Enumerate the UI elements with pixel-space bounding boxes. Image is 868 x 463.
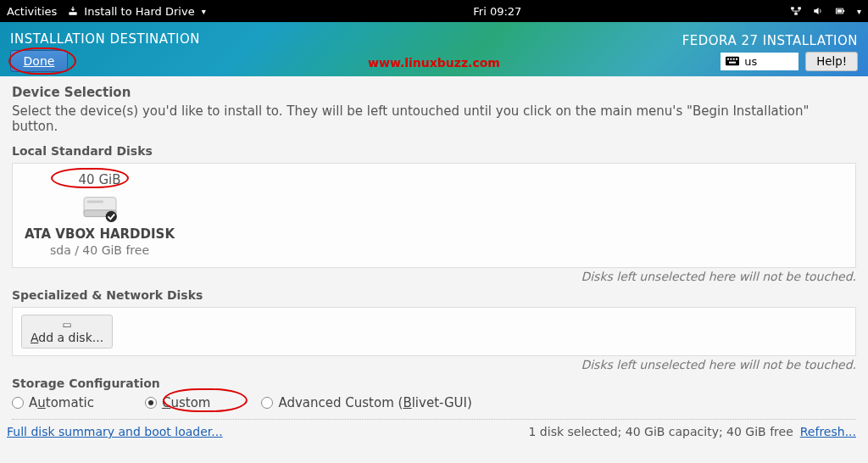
- local-disks-label: Local Standard Disks: [12, 144, 856, 158]
- radio-automatic-label: Automatic: [29, 395, 94, 410]
- full-disk-summary-link[interactable]: Full disk summary and boot loader...: [7, 425, 223, 438]
- local-disks-hint: Disks left unselected here will not be t…: [12, 270, 856, 283]
- topbar-clock[interactable]: Fri 09:27: [206, 5, 789, 18]
- network-disks-hint: Disks left unselected here will not be t…: [12, 358, 856, 371]
- svg-rect-12: [729, 62, 736, 64]
- install-icon: [67, 5, 79, 17]
- gnome-topbar: Activities Install to Hard Drive ▾ Fri 0…: [0, 0, 868, 22]
- local-disks-panel: 40 GiB ATA VBOX HARDDISK sda / 40 GiB fr…: [12, 163, 856, 268]
- radio-icon: [12, 397, 24, 409]
- help-button[interactable]: Help!: [805, 52, 858, 71]
- battery-icon[interactable]: [833, 5, 847, 17]
- disk-item-sda[interactable]: 40 GiB ATA VBOX HARDDISK sda / 40 GiB fr…: [25, 172, 175, 257]
- svg-rect-7: [726, 57, 739, 66]
- svg-rect-15: [86, 200, 103, 203]
- storage-config-label: Storage Configuration: [12, 377, 856, 390]
- activities-button[interactable]: Activities: [7, 5, 57, 18]
- footer-bar: Full disk summary and boot loader... 1 d…: [0, 420, 868, 445]
- keyboard-layout-selector[interactable]: us: [721, 53, 798, 70]
- radio-icon: [145, 397, 157, 409]
- svg-rect-3: [794, 13, 798, 15]
- add-disk-label: Add a disk...: [31, 331, 103, 344]
- network-disks-panel: ▭ Add a disk...: [12, 307, 856, 356]
- svg-rect-0: [70, 12, 77, 15]
- keyboard-icon: [726, 56, 739, 66]
- done-button[interactable]: Done: [10, 50, 68, 72]
- app-menu-label: Install to Hard Drive: [84, 5, 194, 18]
- svg-point-16: [105, 211, 116, 222]
- page-title: INSTALLATION DESTINATION: [10, 31, 200, 47]
- anaconda-header: INSTALLATION DESTINATION Done FEDORA 27 …: [0, 22, 868, 76]
- network-disks-label: Specialized & Network Disks: [12, 288, 856, 302]
- radio-advanced-label: Advanced Custom (Blivet-GUI): [278, 395, 471, 410]
- svg-rect-11: [736, 59, 737, 60]
- device-selection-desc: Select the device(s) you'd like to insta…: [12, 103, 856, 134]
- watermark-text: www.linuxbuzz.com: [368, 56, 500, 70]
- disk-size-label: 40 GiB: [79, 172, 121, 187]
- svg-rect-6: [843, 10, 844, 12]
- app-menu[interactable]: Install to Hard Drive ▾: [67, 5, 205, 18]
- radio-custom[interactable]: Custom: [145, 395, 210, 410]
- svg-rect-2: [798, 7, 801, 9]
- disk-sub-label: sda / 40 GiB free: [50, 243, 149, 257]
- radio-advanced[interactable]: Advanced Custom (Blivet-GUI): [261, 395, 471, 410]
- add-disk-button[interactable]: ▭ Add a disk...: [21, 315, 113, 349]
- storage-config-options: Automatic Custom Advanced Custom (Blivet…: [12, 395, 856, 410]
- keyboard-layout-label: us: [744, 55, 757, 68]
- refresh-link[interactable]: Refresh...: [800, 425, 856, 438]
- disk-status-text: 1 disk selected; 40 GiB capacity; 40 GiB…: [529, 425, 793, 438]
- harddisk-icon: [81, 192, 120, 223]
- radio-custom-label: Custom: [162, 395, 210, 410]
- disk-name-label: ATA VBOX HARDDISK: [25, 226, 175, 242]
- disk-small-icon: ▭: [62, 319, 71, 331]
- system-menu-icon[interactable]: ▾: [857, 7, 861, 16]
- svg-rect-8: [727, 59, 729, 60]
- brand-title: FEDORA 27 INSTALLATION: [682, 33, 858, 48]
- svg-rect-10: [733, 59, 735, 60]
- svg-rect-5: [837, 9, 842, 13]
- device-selection-heading: Device Selection: [12, 85, 856, 100]
- network-icon[interactable]: [789, 5, 803, 17]
- radio-automatic[interactable]: Automatic: [12, 395, 94, 410]
- svg-rect-1: [791, 7, 794, 9]
- radio-icon: [261, 397, 273, 409]
- svg-rect-9: [731, 59, 732, 60]
- volume-icon[interactable]: [811, 5, 825, 17]
- main-content: Device Selection Select the device(s) yo…: [0, 76, 868, 420]
